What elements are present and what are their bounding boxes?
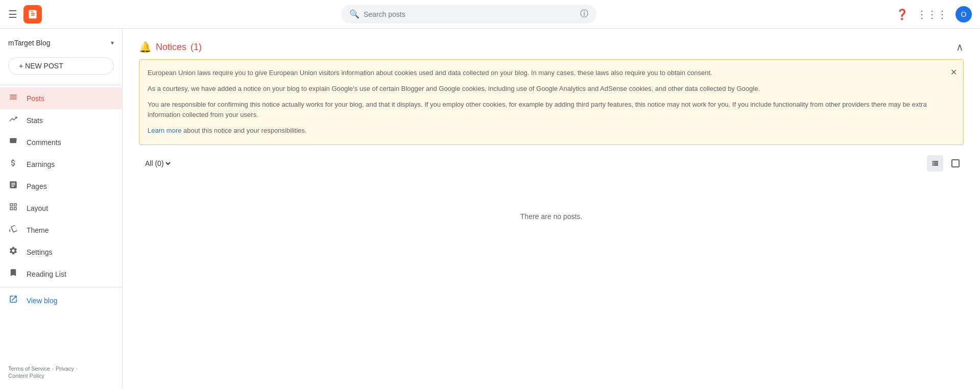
notices-header[interactable]: 🔔 Notices (1) ∧ bbox=[139, 41, 964, 53]
sidebar-divider bbox=[0, 85, 122, 85]
sidebar-item-stats[interactable]: Stats bbox=[0, 109, 122, 131]
footer-sep-1: · bbox=[52, 366, 54, 372]
blog-selector[interactable]: mTarget Blog ▾ bbox=[0, 33, 122, 53]
sidebar-item-settings[interactable]: Settings bbox=[0, 241, 122, 263]
notice-text-1: European Union laws require you to give … bbox=[148, 68, 955, 79]
filter-dropdown[interactable]: All (0) bbox=[143, 159, 172, 168]
main-layout: mTarget Blog ▾ + NEW POST Posts Stats Co… bbox=[0, 29, 980, 389]
search-bar: 🔍 ⓘ bbox=[62, 5, 875, 23]
sidebar-item-layout[interactable]: Layout bbox=[0, 197, 122, 219]
posts-icon bbox=[8, 92, 18, 104]
sidebar-item-posts[interactable]: Posts bbox=[0, 87, 122, 109]
avatar[interactable]: O bbox=[955, 6, 972, 22]
sidebar-item-posts-label: Posts bbox=[27, 94, 44, 103]
checkbox-area[interactable] bbox=[947, 155, 964, 172]
notice-card: ✕ European Union laws require you to giv… bbox=[139, 59, 964, 145]
help-icon[interactable]: ❓ bbox=[896, 8, 909, 20]
sidebar-item-pages[interactable]: Pages bbox=[0, 175, 122, 197]
view-blog-label: View blog bbox=[27, 297, 57, 305]
footer-sep-2: · bbox=[76, 366, 78, 372]
sidebar-item-stats-label: Stats bbox=[27, 116, 43, 125]
topbar: ☰ 🔍 ⓘ ❓ ⋮⋮⋮ O bbox=[0, 0, 980, 29]
search-input-wrapper: 🔍 ⓘ bbox=[341, 5, 596, 23]
theme-icon bbox=[8, 224, 18, 236]
sidebar-divider-2 bbox=[0, 287, 122, 287]
view-toggles bbox=[927, 155, 964, 172]
sidebar-item-reading-list-label: Reading List bbox=[27, 270, 66, 278]
empty-state: There are no posts. bbox=[139, 182, 964, 251]
learn-more-link[interactable]: Learn more bbox=[148, 127, 181, 134]
notice-close-button[interactable]: ✕ bbox=[950, 66, 957, 79]
terms-link[interactable]: Terms of Service bbox=[8, 366, 50, 372]
sidebar-item-comments[interactable]: Comments bbox=[0, 131, 122, 153]
bell-icon: 🔔 bbox=[139, 41, 152, 53]
sidebar-item-theme-label: Theme bbox=[27, 226, 49, 234]
info-icon[interactable]: ⓘ bbox=[580, 9, 588, 19]
notice-learn-more: Learn more about this notice and your re… bbox=[148, 126, 955, 136]
sidebar-item-earnings-label: Earnings bbox=[27, 160, 55, 168]
topbar-right: ❓ ⋮⋮⋮ O bbox=[896, 6, 972, 22]
view-blog-link[interactable]: View blog bbox=[0, 289, 122, 311]
sidebar-item-settings-label: Settings bbox=[27, 248, 53, 256]
notices-count: (1) bbox=[190, 42, 202, 53]
notice-text-3: You are responsible for confirming this … bbox=[148, 100, 955, 121]
sidebar-item-reading-list[interactable]: Reading List bbox=[0, 263, 122, 285]
hamburger-icon[interactable]: ☰ bbox=[8, 8, 17, 20]
notice-text-2: As a courtesy, we have added a notice on… bbox=[148, 84, 955, 94]
sidebar-item-comments-label: Comments bbox=[27, 138, 61, 147]
new-post-button[interactable]: + NEW POST bbox=[8, 57, 114, 75]
sidebar-item-pages-label: Pages bbox=[27, 182, 47, 190]
notice-link-suffix: about this notice and your responsibilit… bbox=[181, 127, 306, 134]
comments-icon bbox=[8, 136, 18, 148]
blog-name: mTarget Blog bbox=[8, 39, 50, 47]
apps-icon[interactable]: ⋮⋮⋮ bbox=[917, 8, 947, 20]
posts-filter[interactable]: All (0) bbox=[139, 156, 176, 171]
sidebar-footer: Terms of Service · Privacy · Content Pol… bbox=[0, 359, 122, 385]
layout-icon bbox=[8, 202, 18, 214]
earnings-icon bbox=[8, 158, 18, 170]
settings-icon bbox=[8, 246, 18, 258]
privacy-link[interactable]: Privacy bbox=[56, 366, 74, 372]
notices-title: 🔔 Notices (1) bbox=[139, 41, 202, 53]
dropdown-arrow-icon: ▾ bbox=[111, 39, 114, 46]
stats-icon bbox=[8, 114, 18, 126]
notices-label: Notices bbox=[156, 42, 186, 53]
pages-icon bbox=[8, 180, 18, 192]
search-icon: 🔍 bbox=[349, 9, 360, 19]
sidebar: mTarget Blog ▾ + NEW POST Posts Stats Co… bbox=[0, 29, 123, 389]
list-view-button[interactable] bbox=[927, 155, 943, 172]
empty-state-text: There are no posts. bbox=[520, 212, 582, 221]
sidebar-item-earnings[interactable]: Earnings bbox=[0, 153, 122, 175]
select-all-checkbox[interactable] bbox=[951, 159, 960, 167]
content-policy-link[interactable]: Content Policy bbox=[8, 373, 44, 379]
view-blog-icon bbox=[8, 295, 18, 306]
blogger-logo bbox=[23, 5, 42, 23]
collapse-icon[interactable]: ∧ bbox=[956, 41, 964, 53]
main-content: 🔔 Notices (1) ∧ ✕ European Union laws re… bbox=[123, 29, 980, 389]
reading-list-icon bbox=[8, 268, 18, 280]
sidebar-item-theme[interactable]: Theme bbox=[0, 219, 122, 241]
search-input[interactable] bbox=[364, 10, 576, 18]
filter-row: All (0) bbox=[139, 153, 964, 174]
sidebar-item-layout-label: Layout bbox=[27, 204, 48, 212]
topbar-left: ☰ bbox=[8, 5, 42, 23]
new-post-label: + NEW POST bbox=[19, 62, 63, 70]
